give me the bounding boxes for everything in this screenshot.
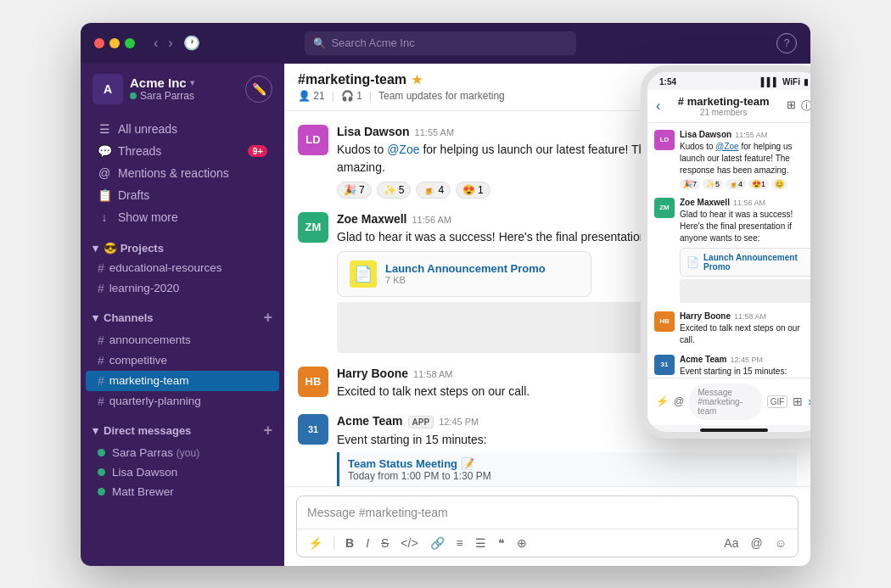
at-mention-button[interactable]: @ bbox=[748, 535, 765, 552]
event-title: Team Status Meeting 📝 bbox=[348, 457, 788, 470]
channel-item-competitive[interactable]: # competitive bbox=[86, 350, 279, 371]
reaction-item[interactable]: ✨ 5 bbox=[377, 182, 412, 199]
minimize-traffic-light[interactable] bbox=[109, 38, 120, 48]
mobile-time: 12:45 PM bbox=[730, 356, 763, 364]
mobile-reactions: 🎉7 ✨5 🍺4 😍1 😊 bbox=[680, 179, 810, 189]
mobile-plus-icon[interactable]: ⊞ bbox=[793, 395, 803, 408]
members-info: 👤 21 bbox=[298, 90, 325, 102]
mobile-msg-header: Lisa Dawson 11:55 AM bbox=[680, 130, 810, 139]
add-dm-button[interactable]: + bbox=[263, 422, 272, 440]
link-button[interactable]: 🔗 bbox=[428, 535, 447, 552]
avatar-acme: 31 bbox=[298, 414, 328, 445]
compose-button[interactable]: ✏️ bbox=[245, 76, 272, 103]
reaction-item[interactable]: 🍺 4 bbox=[416, 182, 451, 199]
forward-button[interactable]: › bbox=[163, 32, 177, 54]
hash-icon: # bbox=[98, 374, 104, 388]
mobile-reaction[interactable]: 😍1 bbox=[748, 179, 769, 189]
mobile-lightning-icon[interactable]: ⚡ bbox=[656, 395, 669, 407]
mobile-msg-header: Zoe Maxwell 11:56 AM bbox=[680, 198, 810, 207]
msg-author: Harry Boone bbox=[337, 367, 408, 380]
more-formatting-button[interactable]: ⊕ bbox=[514, 535, 530, 552]
sidebar-item-label: Show more bbox=[118, 210, 178, 224]
strikethrough-button[interactable]: S bbox=[378, 535, 391, 552]
sidebar-item-drafts[interactable]: 📋 Drafts bbox=[86, 184, 279, 206]
arrow-down-icon: ↓ bbox=[98, 210, 111, 224]
chevron-icon: ▾ bbox=[92, 311, 98, 324]
maximize-traffic-light[interactable] bbox=[125, 38, 135, 48]
mobile-message-acme: 31 Acme Team 12:45 PM Event starting in … bbox=[654, 355, 810, 378]
sidebar: A Acme Inc ▾ Sara Parras ✏️ bbox=[81, 64, 284, 566]
ordered-list-button[interactable]: ≡ bbox=[454, 535, 466, 552]
dm-item-matt[interactable]: Matt Brewer bbox=[86, 482, 279, 501]
app-window: ‹ › 🕐 🔍 ? A Acme Inc ▾ bbox=[81, 23, 810, 566]
chevron-icon: ▾ bbox=[92, 242, 98, 255]
mobile-mention[interactable]: @Zoe bbox=[715, 142, 738, 151]
projects-label: 😎 Projects bbox=[104, 242, 164, 255]
mobile-avatar-acme: 31 bbox=[654, 355, 675, 375]
lightning-button[interactable]: ⚡ bbox=[305, 535, 325, 552]
dm-section-header: ▾ Direct messages + bbox=[81, 412, 284, 443]
help-button[interactable]: ? bbox=[776, 33, 797, 53]
sidebar-item-label: All unreads bbox=[118, 122, 177, 136]
emoji-button[interactable]: ☺ bbox=[772, 535, 789, 552]
mobile-reaction[interactable]: 🍺4 bbox=[726, 179, 746, 189]
file-name: Launch Announcement Promo bbox=[385, 262, 579, 275]
channel-item-quarterly-planning[interactable]: # quarterly-planning bbox=[86, 391, 279, 412]
message-input-area: ⚡ B I S </> 🔗 ≡ ☰ ❝ ⊕ Aa @ bbox=[284, 486, 810, 566]
mobile-text: Kudos to @Zoe for helping us launch our … bbox=[680, 141, 810, 176]
dm-item-lisa[interactable]: Lisa Dawson bbox=[86, 462, 279, 482]
traffic-lights bbox=[94, 38, 135, 48]
online-dot-icon bbox=[98, 488, 105, 496]
channel-item-educational[interactable]: # educational-resources bbox=[86, 258, 279, 278]
dm-name: Matt Brewer bbox=[112, 485, 174, 498]
search-input[interactable] bbox=[331, 36, 568, 49]
sidebar-item-mentions[interactable]: @ Mentions & reactions bbox=[86, 162, 279, 184]
msg-author: Lisa Dawson bbox=[337, 125, 410, 138]
mobile-file[interactable]: 📄 Launch Announcement Promo bbox=[680, 248, 810, 277]
mobile-info-icon[interactable]: ⓘ bbox=[801, 98, 810, 114]
title-bar: ‹ › 🕐 🔍 ? bbox=[81, 23, 810, 64]
mobile-gif-icon[interactable]: GIF bbox=[767, 395, 788, 408]
close-traffic-light[interactable] bbox=[94, 38, 104, 48]
sidebar-item-show-more[interactable]: ↓ Show more bbox=[86, 206, 279, 228]
code-button[interactable]: </> bbox=[398, 535, 420, 552]
mobile-at-icon[interactable]: @ bbox=[674, 395, 684, 407]
mobile-reaction[interactable]: 😊 bbox=[771, 179, 787, 189]
event-block[interactable]: Team Status Meeting 📝 Today from 1:00 PM… bbox=[337, 452, 797, 486]
dm-item-sara[interactable]: Sara Parras (you) bbox=[86, 443, 279, 462]
channel-item-announcements[interactable]: # announcements bbox=[86, 330, 279, 350]
mobile-reaction[interactable]: ✨5 bbox=[703, 179, 723, 189]
mobile-time: 11:55 AM bbox=[735, 131, 767, 139]
mobile-send-icon[interactable]: › bbox=[808, 395, 810, 408]
sidebar-item-threads[interactable]: 💬 Threads 9+ bbox=[86, 140, 279, 162]
history-button[interactable]: 🕐 bbox=[178, 31, 205, 54]
dm-name: Sara Parras (you) bbox=[112, 446, 199, 459]
reaction-item[interactable]: 🎉 7 bbox=[337, 182, 372, 199]
mention-link[interactable]: @Zoe bbox=[387, 143, 419, 156]
mobile-input-area: ⚡ @ Message #marketing-team GIF ⊞ › bbox=[647, 378, 810, 425]
italic-button[interactable]: I bbox=[363, 535, 372, 552]
channel-item-marketing-team[interactable]: # marketing-team bbox=[86, 371, 279, 391]
sidebar-item-unreads[interactable]: ☰ All unreads bbox=[86, 118, 279, 140]
font-button[interactable]: Aa bbox=[721, 535, 741, 552]
star-icon[interactable]: ★ bbox=[412, 73, 423, 87]
workspace-name[interactable]: Acme Inc ▾ bbox=[130, 76, 194, 90]
channel-item-learning[interactable]: # learning-2020 bbox=[86, 278, 279, 299]
workspace-header: A Acme Inc ▾ Sara Parras ✏️ bbox=[81, 64, 284, 115]
add-channel-button[interactable]: + bbox=[263, 309, 272, 327]
bold-button[interactable]: B bbox=[343, 535, 356, 552]
mobile-search-icon[interactable]: ⊞ bbox=[787, 98, 796, 114]
unordered-list-button[interactable]: ☰ bbox=[473, 535, 489, 552]
message-input[interactable] bbox=[307, 506, 787, 519]
mobile-author: Harry Boone bbox=[680, 311, 731, 321]
search-bar[interactable]: 🔍 bbox=[305, 31, 576, 55]
sidebar-item-label: Drafts bbox=[118, 188, 149, 202]
reaction-item[interactable]: 😍 1 bbox=[456, 182, 490, 199]
huddlers-info: 🎧 1 bbox=[341, 90, 362, 102]
file-attachment[interactable]: 📄 Launch Announcement Promo 7 KB bbox=[337, 251, 591, 297]
back-button[interactable]: ‹ bbox=[148, 32, 163, 54]
dm-label: Direct messages bbox=[104, 424, 191, 437]
mobile-reaction[interactable]: 🎉7 bbox=[680, 179, 700, 189]
block-quote-button[interactable]: ❝ bbox=[496, 535, 507, 552]
mobile-message-input[interactable]: Message #marketing-team bbox=[689, 384, 761, 420]
